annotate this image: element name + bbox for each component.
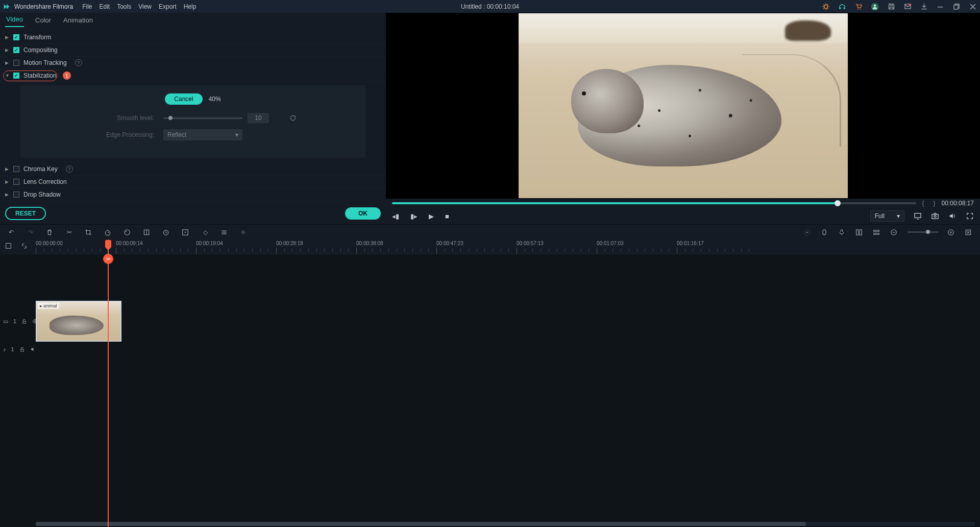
notification-icon[interactable] bbox=[903, 3, 912, 11]
zoom-fit-icon[interactable] bbox=[965, 229, 973, 236]
expand-icon[interactable]: ▶ bbox=[5, 179, 9, 184]
title-bar: Wondershare Filmora File Edit Tools View… bbox=[0, 0, 980, 13]
menu-view[interactable]: View bbox=[138, 3, 152, 10]
fullscreen-icon[interactable] bbox=[966, 212, 974, 220]
prop-chroma-key[interactable]: ▶ Chroma Key ? bbox=[0, 163, 386, 176]
menu-tools[interactable]: Tools bbox=[117, 3, 131, 10]
menu-file[interactable]: File bbox=[82, 3, 92, 10]
edge-processing-select[interactable]: Reflect ▾ bbox=[163, 129, 242, 140]
cart-icon[interactable] bbox=[854, 3, 863, 11]
checkbox-stabilization[interactable] bbox=[13, 73, 19, 79]
save-icon[interactable] bbox=[887, 3, 895, 11]
snapshot-icon[interactable] bbox=[931, 212, 939, 220]
play-button[interactable]: ▶ bbox=[429, 212, 434, 220]
voiceover-icon[interactable] bbox=[838, 229, 846, 236]
download-icon[interactable] bbox=[920, 3, 928, 11]
prop-compositing[interactable]: ▶ Compositing bbox=[0, 44, 386, 57]
window-close-icon[interactable] bbox=[969, 3, 977, 11]
render-icon[interactable] bbox=[803, 229, 812, 236]
support-icon[interactable] bbox=[838, 3, 846, 11]
prop-drop-shadow[interactable]: ▶ Drop Shadow bbox=[0, 188, 386, 201]
stop-button[interactable]: ■ bbox=[445, 212, 449, 220]
prev-frame-button[interactable]: ◂▮ bbox=[392, 212, 399, 220]
svg-point-14 bbox=[126, 231, 127, 232]
expand-icon[interactable]: ▶ bbox=[5, 47, 9, 53]
volume-icon[interactable] bbox=[948, 212, 957, 220]
playhead-scissors-icon[interactable]: ✂ bbox=[103, 254, 113, 264]
checkbox-compositing[interactable] bbox=[13, 47, 19, 53]
menu-edit[interactable]: Edit bbox=[100, 3, 110, 10]
timeline-link-icon[interactable] bbox=[21, 243, 28, 249]
lock-icon[interactable] bbox=[21, 319, 27, 324]
zoom-slider[interactable] bbox=[908, 231, 938, 233]
ruler-tick: 00:00:00:00 bbox=[36, 241, 63, 246]
split-icon[interactable]: ✂ bbox=[65, 229, 74, 236]
smooth-level-slider[interactable] bbox=[163, 117, 242, 119]
help-icon[interactable]: ? bbox=[75, 59, 82, 66]
window-minimize-icon[interactable] bbox=[936, 3, 944, 11]
marker-icon[interactable] bbox=[821, 229, 829, 236]
crop-icon[interactable] bbox=[85, 229, 93, 236]
checkbox-chroma-key[interactable] bbox=[13, 166, 19, 172]
expand-icon[interactable]: ▶ bbox=[5, 60, 9, 65]
svg-point-11 bbox=[934, 215, 936, 218]
mixer-icon[interactable] bbox=[855, 229, 864, 236]
lock-icon[interactable] bbox=[19, 347, 25, 352]
prop-transform[interactable]: ▶ Transform bbox=[0, 31, 386, 44]
reset-icon[interactable] bbox=[289, 114, 297, 122]
menu-help[interactable]: Help bbox=[184, 3, 197, 10]
adjust-icon[interactable] bbox=[220, 229, 229, 236]
zoom-in-icon[interactable] bbox=[947, 229, 955, 236]
checkbox-drop-shadow[interactable] bbox=[13, 191, 19, 198]
track-manager-icon[interactable] bbox=[873, 229, 881, 236]
account-icon[interactable] bbox=[871, 3, 879, 11]
mark-out-icon[interactable]: } bbox=[934, 200, 936, 207]
keyframe-icon[interactable]: ◇ bbox=[201, 229, 209, 236]
tab-animation[interactable]: Animation bbox=[62, 13, 94, 27]
audio-icon[interactable] bbox=[240, 229, 248, 236]
prop-stabilization[interactable]: ▼ Stabilization 1 bbox=[0, 69, 386, 82]
tab-color[interactable]: Color bbox=[34, 13, 52, 27]
playhead-cap-icon[interactable] bbox=[105, 240, 111, 247]
detach-icon[interactable] bbox=[182, 229, 190, 236]
smooth-level-value[interactable]: 10 bbox=[248, 113, 269, 123]
svg-point-23 bbox=[806, 231, 807, 232]
expand-icon[interactable]: ▶ bbox=[5, 35, 9, 40]
mark-in-icon[interactable]: { bbox=[922, 200, 924, 207]
premium-icon[interactable] bbox=[822, 3, 830, 11]
tab-video[interactable]: Video bbox=[5, 12, 24, 27]
checkbox-lens-correction[interactable] bbox=[13, 179, 19, 185]
expand-icon[interactable]: ▶ bbox=[5, 166, 9, 172]
clip-name: animal bbox=[43, 303, 57, 308]
checkbox-transform[interactable] bbox=[13, 34, 19, 40]
menu-export[interactable]: Export bbox=[159, 3, 177, 10]
green-screen-icon[interactable] bbox=[143, 229, 151, 236]
checkbox-motion-tracking[interactable] bbox=[13, 60, 19, 66]
expand-icon[interactable]: ▶ bbox=[5, 192, 9, 197]
collapse-icon[interactable]: ▼ bbox=[5, 73, 9, 78]
speed-icon[interactable] bbox=[104, 229, 112, 236]
prop-lens-correction[interactable]: ▶ Lens Correction bbox=[0, 176, 386, 188]
playhead[interactable]: ✂ bbox=[108, 239, 109, 527]
cancel-button[interactable]: Cancel bbox=[165, 93, 202, 105]
timeline-scrollbar[interactable] bbox=[36, 522, 975, 526]
display-icon[interactable] bbox=[914, 212, 922, 220]
zoom-out-icon[interactable] bbox=[890, 229, 898, 236]
redo-icon[interactable]: ↷ bbox=[27, 229, 35, 236]
preview-size-select[interactable]: Full ▾ bbox=[870, 210, 904, 222]
delete-icon[interactable] bbox=[46, 229, 54, 236]
svg-rect-9 bbox=[915, 213, 921, 218]
mute-icon[interactable] bbox=[30, 346, 36, 352]
help-icon[interactable]: ? bbox=[66, 165, 73, 173]
playback-progress[interactable] bbox=[392, 202, 916, 204]
timeline-select-icon[interactable] bbox=[5, 243, 12, 249]
ok-button[interactable]: OK bbox=[345, 207, 381, 220]
undo-icon[interactable]: ↶ bbox=[7, 229, 15, 236]
timeline-ruler[interactable]: 00:00:00:0000:00:09:1400:00:19:0400:00:2… bbox=[0, 239, 980, 255]
duration-icon[interactable] bbox=[162, 229, 170, 236]
prop-motion-tracking[interactable]: ▶ Motion Tracking ? bbox=[0, 57, 386, 69]
window-restore-icon[interactable] bbox=[952, 3, 961, 11]
next-frame-button[interactable]: ▮▸ bbox=[410, 212, 418, 220]
reset-button[interactable]: RESET bbox=[5, 207, 46, 220]
color-icon[interactable] bbox=[124, 229, 132, 236]
